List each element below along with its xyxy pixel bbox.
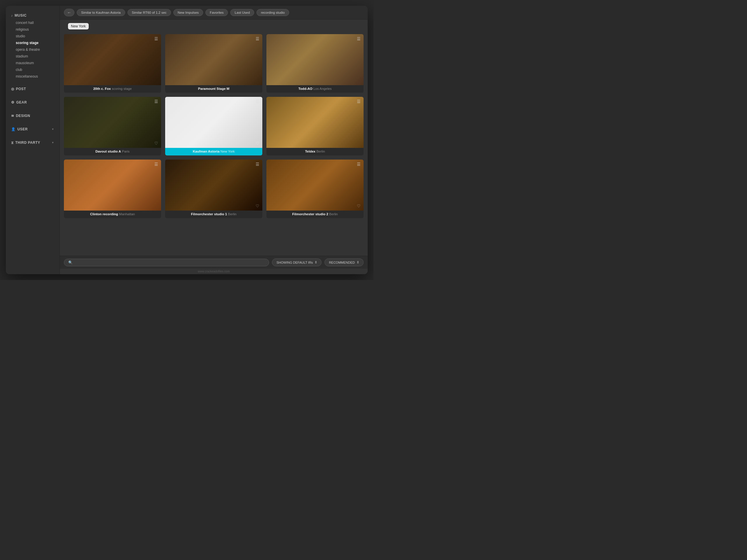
card-subtitle-filmo1: Berlin xyxy=(227,212,237,216)
card-label-todd-ao: Todd-AO Los Angeles xyxy=(266,85,364,93)
sidebar-item-club[interactable]: club xyxy=(7,66,58,73)
sidebar-item-studio[interactable]: studio xyxy=(7,33,58,39)
card-menu-icon-filmo1[interactable]: ☰ xyxy=(256,162,259,166)
card-image-teldex: ☰ xyxy=(266,97,364,148)
card-menu-icon-paramount[interactable]: ☰ xyxy=(256,36,259,41)
sidebar-gear-label: GEAR xyxy=(16,100,27,104)
card-image-kaufman: ☰♡ xyxy=(165,97,262,148)
sidebar-items: concert hallreligiousstudioscoring stage… xyxy=(6,20,59,80)
sidebar-post-label: POST xyxy=(16,87,26,91)
toolbar-btn-new-impulses[interactable]: New Impulses xyxy=(173,9,203,16)
card-image-20th-fox: ☰ xyxy=(64,34,161,85)
card-menu-icon-clinton[interactable]: ☰ xyxy=(154,162,158,166)
sidebar-item-religious[interactable]: religious xyxy=(7,26,58,33)
back-button[interactable]: ← xyxy=(64,9,74,16)
card-filmo2[interactable]: ☰♡Filmorchester studio 2 Berlin xyxy=(266,160,364,218)
card-clinton[interactable]: ☰Clinton recording Manhattan xyxy=(64,160,161,218)
sidebar: ♪ MUSIC concert hallreligiousstudioscori… xyxy=(6,6,60,274)
card-image-filmo1: ☰♡ xyxy=(165,160,262,211)
sidebar-user-header[interactable]: 👤 USER ▼ xyxy=(6,125,59,134)
app-window: ♪ MUSIC concert hallreligiousstudioscori… xyxy=(6,6,368,274)
toolbar-btn-favorites[interactable]: Favorites xyxy=(205,9,228,16)
card-20th-fox[interactable]: ☰20th c. Fox scoring stage xyxy=(64,34,161,93)
card-paramount[interactable]: ☰Paramount Stage M xyxy=(165,34,262,93)
card-heart-icon-filmo1[interactable]: ♡ xyxy=(256,204,259,208)
third-party-icon: ⧖ xyxy=(11,140,14,145)
sidebar-third-party-header[interactable]: ⧖ THIRD PARTY ▼ xyxy=(6,138,59,147)
card-title-20th-fox: 20th c. Fox xyxy=(93,87,111,90)
card-img-sim-paramount xyxy=(165,34,262,85)
card-title-teldex: Teldex xyxy=(305,150,315,153)
card-subtitle-kaufman: New York xyxy=(220,150,235,153)
toolbar-btn-last-used[interactable]: Last Used xyxy=(230,9,254,16)
search-wrap: 🔍 xyxy=(64,259,269,266)
sidebar-user-label: USER xyxy=(18,127,28,131)
card-heart-icon-davout[interactable]: ♡ xyxy=(154,141,158,145)
search-input[interactable] xyxy=(75,261,265,265)
card-title-davout: Davout studio A xyxy=(96,150,121,153)
sidebar-item-opera-theatre[interactable]: opera & theatre xyxy=(7,46,58,53)
toolbar-btn-similar-rt60[interactable]: Similar RT60 of 1.2 sec xyxy=(128,9,171,16)
card-heart-icon-filmo2[interactable]: ♡ xyxy=(357,204,361,208)
card-title-filmo1: Filmorchester studio 1 xyxy=(191,212,227,216)
showing-default-irs-button[interactable]: SHOWING DEFAULT IRs ⇕ xyxy=(272,259,321,266)
card-img-sim-20th-fox xyxy=(64,34,161,85)
card-menu-icon-todd-ao[interactable]: ☰ xyxy=(357,36,361,41)
card-img-sim-davout xyxy=(64,97,161,148)
sidebar-third-party-section: ⧖ THIRD PARTY ▼ xyxy=(6,138,59,147)
card-img-sim-kaufman xyxy=(165,97,262,148)
filter-area: New York xyxy=(60,20,368,32)
recommended-button[interactable]: RECOMMENDED ⇕ xyxy=(325,259,364,266)
sidebar-third-party-label: THIRD PARTY xyxy=(16,140,40,145)
sidebar-item-concert-hall[interactable]: concert hall xyxy=(7,20,58,26)
card-subtitle-davout: Paris xyxy=(121,150,130,153)
card-menu-icon-teldex[interactable]: ☰ xyxy=(357,99,361,104)
card-image-clinton: ☰ xyxy=(64,160,161,211)
card-img-sim-todd-ao xyxy=(266,34,364,85)
sidebar-item-mausoleum[interactable]: mausoleum xyxy=(7,60,58,66)
sidebar-gear-section: ⚙ GEAR xyxy=(6,98,59,107)
card-todd-ao[interactable]: ☰Todd-AO Los Angeles xyxy=(266,34,364,93)
card-filmo1[interactable]: ☰♡Filmorchester studio 1 Berlin xyxy=(165,160,262,218)
sidebar-gear-header[interactable]: ⚙ GEAR xyxy=(6,98,59,107)
card-label-davout: Davout studio A Paris xyxy=(64,148,161,156)
card-subtitle-todd-ao: Los Angeles xyxy=(312,87,332,90)
sidebar-item-scoring-stage[interactable]: scoring stage xyxy=(7,40,58,46)
card-teldex[interactable]: ☰Teldex Berlin xyxy=(266,97,364,156)
card-menu-icon-20th-fox[interactable]: ☰ xyxy=(154,36,158,41)
card-menu-icon-kaufman[interactable]: ☰ xyxy=(256,99,259,104)
sidebar-post-header[interactable]: ◎ POST xyxy=(6,85,59,93)
card-menu-icon-filmo2[interactable]: ☰ xyxy=(357,162,361,166)
sidebar-item-stadium[interactable]: stadium xyxy=(7,53,58,59)
card-heart-icon-kaufman[interactable]: ♡ xyxy=(256,141,259,145)
gear-icon: ⚙ xyxy=(11,100,15,104)
toolbar-btn-recording-studio[interactable]: recording studio xyxy=(257,9,289,16)
card-label-filmo1: Filmorchester studio 1 Berlin xyxy=(165,211,262,218)
card-subtitle-teldex: Berlin xyxy=(315,150,325,153)
filter-tag[interactable]: New York xyxy=(68,23,89,29)
recommended-label: RECOMMENDED xyxy=(329,261,355,264)
card-label-teldex: Teldex Berlin xyxy=(266,148,364,156)
sidebar-post-section: ◎ POST xyxy=(6,85,59,93)
card-image-davout: ☰♡ xyxy=(64,97,161,148)
sidebar-design-label: DESIGN xyxy=(16,114,30,118)
card-image-filmo2: ☰♡ xyxy=(266,160,364,211)
card-img-sim-filmo1 xyxy=(165,160,262,211)
toolbar-buttons: Similar to Kaufman AstoriaSimilar RT60 o… xyxy=(77,9,289,16)
card-davout[interactable]: ☰♡Davout studio A Paris xyxy=(64,97,161,156)
card-title-kaufman: Kaufman Astoria xyxy=(193,150,220,153)
sidebar-item-miscellaneous[interactable]: miscellaneous xyxy=(7,73,58,80)
showing-label: SHOWING DEFAULT IRs xyxy=(276,261,313,264)
toolbar-btn-similar-kaufman[interactable]: Similar to Kaufman Astoria xyxy=(77,9,125,16)
user-icon: 👤 xyxy=(11,127,16,131)
sidebar-design-header[interactable]: ≋ DESIGN xyxy=(6,111,59,120)
recommended-icon: ⇕ xyxy=(357,261,359,264)
card-img-sim-clinton xyxy=(64,160,161,211)
sidebar-music-header: ♪ MUSIC xyxy=(6,12,59,19)
card-menu-icon-davout[interactable]: ☰ xyxy=(154,99,158,104)
cards-grid: ☰20th c. Fox scoring stage☰Paramount Sta… xyxy=(64,34,364,218)
card-img-sim-teldex xyxy=(266,97,364,148)
content-area: ☰20th c. Fox scoring stage☰Paramount Sta… xyxy=(60,32,368,256)
card-kaufman[interactable]: ☰♡Kaufman Astoria New York xyxy=(165,97,262,156)
card-title-clinton: Clinton recording xyxy=(90,212,118,216)
